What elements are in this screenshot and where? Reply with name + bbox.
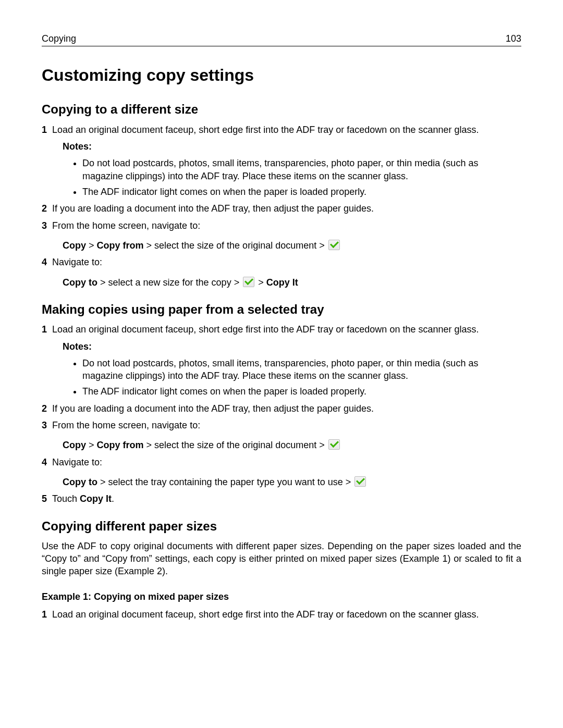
step-text: Navigate to:	[52, 257, 102, 267]
step-item: 3 From the home screen, navigate to: Cop…	[42, 219, 521, 252]
nav-separator: >	[86, 240, 97, 251]
step-item: 5 Touch Copy It.	[42, 492, 521, 505]
checkmark-icon	[354, 476, 366, 487]
steps-list-b: 1 Load an original document faceup, shor…	[42, 323, 521, 505]
step-item: 4 Navigate to: Copy to > select the tray…	[42, 456, 521, 489]
step-number: 1	[42, 608, 47, 621]
note-item: The ADF indicator light comes on when th…	[82, 186, 521, 198]
step-item: 1 Load an original document faceup, shor…	[42, 124, 521, 198]
nav-token-copy-from: Copy from	[97, 240, 144, 251]
header-rule	[42, 46, 521, 46]
nav-path: Copy > Copy from > select the size of th…	[63, 439, 521, 451]
nav-text: > select a new size for the copy >	[97, 277, 242, 288]
notes-label: Notes:	[63, 340, 521, 353]
step-text: If you are loading a document into the A…	[52, 403, 374, 414]
steps-list-a: 1 Load an original document faceup, shor…	[42, 124, 521, 289]
step-number: 1	[42, 124, 47, 136]
steps-list-c: 1 Load an original document faceup, shor…	[42, 608, 521, 621]
checkmark-icon	[243, 277, 254, 287]
nav-separator: >	[86, 440, 97, 450]
heading-making-copies-selected-tray: Making copies using paper from a selecte…	[42, 301, 521, 318]
step-number: 2	[42, 402, 47, 415]
step-text: .	[112, 493, 114, 504]
step-text: From the home screen, navigate to:	[52, 220, 200, 231]
note-item: The ADF indicator light comes on when th…	[82, 385, 521, 398]
step-item: 2 If you are loading a document into the…	[42, 202, 521, 215]
step-text: Load an original document faceup, short …	[52, 609, 479, 620]
notes-list: Do not load postcards, photos, small ite…	[52, 157, 521, 198]
nav-token-copy-from: Copy from	[97, 440, 144, 450]
nav-token-copy-to: Copy to	[63, 477, 97, 487]
note-item: Do not load postcards, photos, small ite…	[82, 157, 521, 182]
nav-token-copy: Copy	[63, 240, 86, 251]
nav-path: Copy to > select a new size for the copy…	[63, 276, 521, 289]
checkmark-icon	[328, 240, 340, 250]
step-text: If you are loading a document into the A…	[52, 203, 374, 214]
step-number: 2	[42, 202, 47, 215]
nav-path: Copy to > select the tray containing the…	[63, 476, 521, 488]
heading-copying-different-paper-sizes: Copying different paper sizes	[42, 518, 521, 535]
nav-token-copy: Copy	[63, 440, 86, 450]
copy-it-label: Copy It	[80, 493, 112, 504]
step-text: Load an original document faceup, short …	[52, 125, 479, 135]
header-section-name: Copying	[42, 32, 76, 45]
nav-token-copy-it: Copy It	[266, 277, 298, 288]
step-number: 4	[42, 456, 47, 468]
notes-label: Notes:	[63, 140, 521, 153]
step-item: 1 Load an original document faceup, shor…	[42, 608, 521, 621]
step-number: 5	[42, 492, 47, 505]
nav-token-copy-to: Copy to	[63, 277, 97, 288]
example-heading: Example 1: Copying on mixed paper sizes	[42, 590, 521, 603]
step-item: 4 Navigate to: Copy to > select a new si…	[42, 256, 521, 289]
step-number: 3	[42, 219, 47, 232]
step-item: 2 If you are loading a document into the…	[42, 402, 521, 415]
note-item: Do not load postcards, photos, small ite…	[82, 357, 521, 382]
step-text: Navigate to:	[52, 457, 102, 467]
notes-list: Do not load postcards, photos, small ite…	[52, 357, 521, 398]
intro-paragraph: Use the ADF to copy original documents w…	[42, 540, 521, 578]
step-item: 3 From the home screen, navigate to: Cop…	[42, 419, 521, 452]
step-number: 3	[42, 419, 47, 431]
step-item: 1 Load an original document faceup, shor…	[42, 323, 521, 398]
step-text: From the home screen, navigate to:	[52, 420, 200, 430]
header-page-number: 103	[506, 32, 521, 45]
heading-copying-different-size: Copying to a different size	[42, 101, 521, 118]
nav-separator: >	[255, 277, 266, 288]
nav-text: > select the size of the original docume…	[144, 440, 327, 450]
step-number: 1	[42, 323, 47, 336]
nav-text: > select the tray containing the paper t…	[97, 477, 353, 487]
page-header: Copying 103	[42, 32, 521, 45]
nav-text: > select the size of the original docume…	[144, 240, 327, 251]
nav-path: Copy > Copy from > select the size of th…	[63, 239, 521, 252]
page-title: Customizing copy settings	[42, 64, 521, 87]
step-text: Load an original document faceup, short …	[52, 324, 479, 335]
step-number: 4	[42, 256, 47, 268]
document-page: Copying 103 Customizing copy settings Co…	[0, 0, 563, 656]
step-text: Touch	[52, 493, 80, 504]
checkmark-icon	[328, 439, 340, 450]
